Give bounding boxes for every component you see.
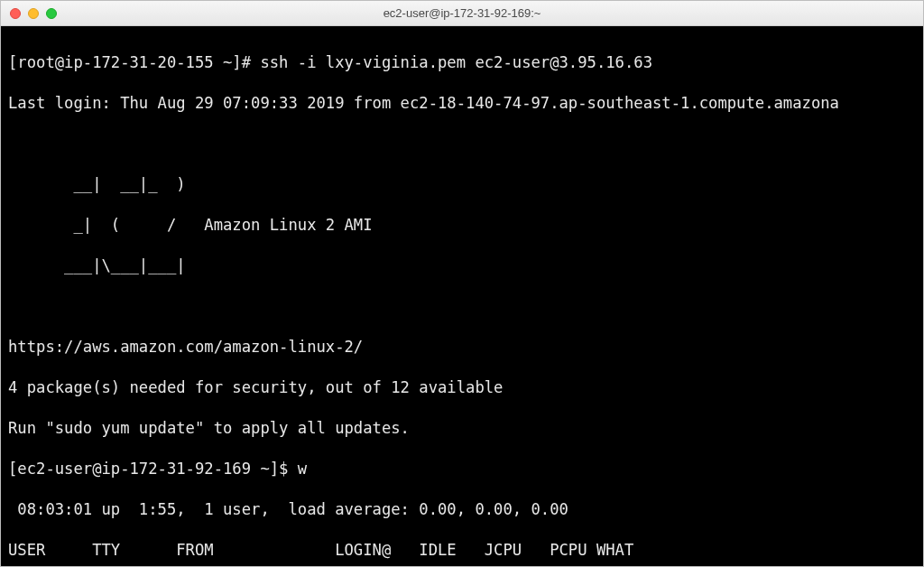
window-controls	[10, 8, 57, 19]
ascii-art: _| ( / Amazon Linux 2 AMI	[8, 215, 916, 236]
command-text: w	[298, 460, 307, 478]
line-cmd-w: [ec2-user@ip-172-31-92-169 ~]$ w	[8, 459, 916, 479]
motd-url: https://aws.amazon.com/amazon-linux-2/	[8, 337, 916, 358]
zoom-icon[interactable]	[46, 8, 57, 19]
w-columns: USER TTY FROM LOGIN@ IDLE JCPU PCPU WHAT	[8, 540, 916, 561]
prompt: [ec2-user@ip-172-31-92-169 ~]$	[8, 460, 298, 478]
minimize-icon[interactable]	[28, 8, 39, 19]
titlebar: ec2-user@ip-172-31-92-169:~	[1, 1, 923, 26]
line-lastlogin: Last login: Thu Aug 29 07:09:33 2019 fro…	[8, 93, 916, 114]
window-title: ec2-user@ip-172-31-92-169:~	[1, 6, 923, 20]
command-text: ssh -i lxy-viginia.pem ec2-user@3.95.16.…	[260, 53, 652, 71]
w-header: 08:03:01 up 1:55, 1 user, load average: …	[8, 499, 916, 520]
prompt: [root@ip-172-31-20-155 ~]#	[8, 53, 260, 71]
terminal-body[interactable]: [root@ip-172-31-20-155 ~]# ssh -i lxy-vi…	[1, 26, 923, 566]
motd-packages: 4 package(s) needed for security, out of…	[8, 377, 916, 398]
ascii-art: __| __|_ )	[8, 174, 916, 195]
line-ssh: [root@ip-172-31-20-155 ~]# ssh -i lxy-vi…	[8, 52, 916, 73]
motd-update: Run "sudo yum update" to apply all updat…	[8, 418, 916, 439]
close-icon[interactable]	[10, 8, 21, 19]
ascii-art: ___|\___|___|	[8, 256, 916, 276]
terminal-window: ec2-user@ip-172-31-92-169:~ [root@ip-172…	[0, 0, 924, 567]
